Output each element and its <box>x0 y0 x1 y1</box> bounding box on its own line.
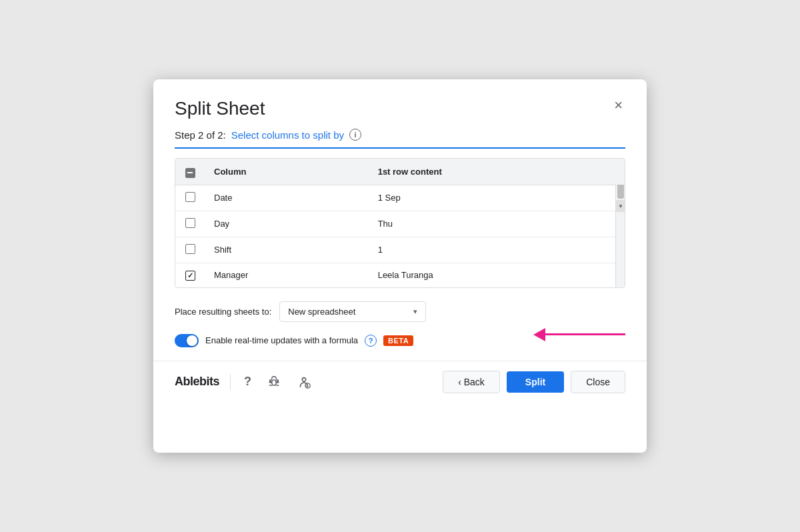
question-icon: ? <box>244 375 251 389</box>
footer-separator <box>230 374 231 390</box>
row-column-name: Shift <box>205 237 369 263</box>
privacy-icon: i <box>297 375 311 389</box>
row-first-content: 1 Sep <box>369 185 625 211</box>
arrow-line <box>545 333 625 335</box>
ablebits-logo: Ablebits <box>175 375 219 389</box>
row-column-name: Manager <box>205 263 369 287</box>
row-column-name: Date <box>205 185 369 211</box>
row-first-content: 1 <box>369 237 625 263</box>
table-row: Date 1 Sep <box>175 185 625 211</box>
row-checkbox-0[interactable] <box>185 192 195 202</box>
bug-icon <box>267 375 281 389</box>
split-sheet-dialog: Split Sheet × Step 2 of 2: Select column… <box>153 79 647 453</box>
dropdown-value: New spreadsheet <box>288 307 355 317</box>
row-first-content: Thu <box>369 211 625 237</box>
row-checkbox-cell[interactable] <box>175 185 205 211</box>
svg-point-0 <box>272 379 277 385</box>
table-body: Date 1 Sep Day Thu Shift 1 Manager Leela… <box>175 185 625 287</box>
row-checkbox-2[interactable] <box>185 244 195 254</box>
toggle-knob <box>187 335 197 346</box>
blue-divider <box>175 147 625 149</box>
table-row: Shift 1 <box>175 237 625 263</box>
subtitle-static: Step 2 of 2: <box>175 129 226 141</box>
footer-right-area: ‹ Back Split Close <box>443 371 625 393</box>
row-checkbox-cell[interactable] <box>175 263 205 287</box>
table-header-row: Column 1st row content <box>175 159 625 185</box>
dialog-title: Split Sheet <box>175 98 265 119</box>
split-button[interactable]: Split <box>507 371 564 393</box>
realtime-help-icon[interactable]: ? <box>365 335 377 347</box>
privacy-button[interactable]: i <box>294 373 314 391</box>
columns-table: Column 1st row content Date 1 Sep Day Th… <box>175 159 625 287</box>
table-row: Day Thu <box>175 211 625 237</box>
dropdown-arrow-icon: ▾ <box>413 307 417 316</box>
row-column-name: Day <box>205 211 369 237</box>
row-checkbox-1[interactable] <box>185 218 195 228</box>
select-all-checkbox[interactable] <box>185 168 195 178</box>
svg-point-1 <box>302 377 306 381</box>
column-header: Column <box>205 159 369 185</box>
subtitle-link: Select columns to split by <box>231 129 344 141</box>
first-row-header: 1st row content <box>369 159 625 185</box>
table-scroll-area[interactable]: Column 1st row content Date 1 Sep Day Th… <box>175 159 625 287</box>
row-first-content: Leela Turanga <box>369 263 625 287</box>
help-button[interactable]: ? <box>241 373 254 390</box>
arrow-head <box>533 328 545 341</box>
select-all-header[interactable] <box>175 159 205 185</box>
dialog-footer: Ablebits ? <box>153 361 647 403</box>
table-row: Manager Leela Turanga <box>175 263 625 287</box>
dialog-close-button[interactable]: Close <box>571 371 625 393</box>
bug-report-button[interactable] <box>265 374 283 390</box>
row-checkbox-cell[interactable] <box>175 211 205 237</box>
info-icon[interactable]: i <box>349 129 361 141</box>
place-dropdown[interactable]: New spreadsheet ▾ <box>279 301 426 322</box>
place-label: Place resulting sheets to: <box>175 307 271 317</box>
beta-arrow-annotation <box>533 328 625 341</box>
back-button[interactable]: ‹ Back <box>443 371 500 393</box>
realtime-toggle[interactable] <box>175 334 199 347</box>
place-sheets-row: Place resulting sheets to: New spreadshe… <box>153 288 647 322</box>
row-checkbox-cell[interactable] <box>175 237 205 263</box>
realtime-row: Enable real-time updates with a formula … <box>153 322 647 347</box>
subtitle-row: Step 2 of 2: Select columns to split by … <box>153 119 647 141</box>
columns-table-container: Column 1st row content Date 1 Sep Day Th… <box>175 158 625 288</box>
beta-badge: BETA <box>383 335 413 346</box>
footer-left-area: Ablebits ? <box>175 373 314 391</box>
close-icon-button[interactable]: × <box>611 95 625 115</box>
dialog-header: Split Sheet × <box>153 79 647 119</box>
realtime-label: Enable real-time updates with a formula <box>205 335 358 345</box>
scrollbar-down-button[interactable]: ▼ <box>616 200 625 212</box>
row-checkbox-3[interactable] <box>185 271 195 281</box>
